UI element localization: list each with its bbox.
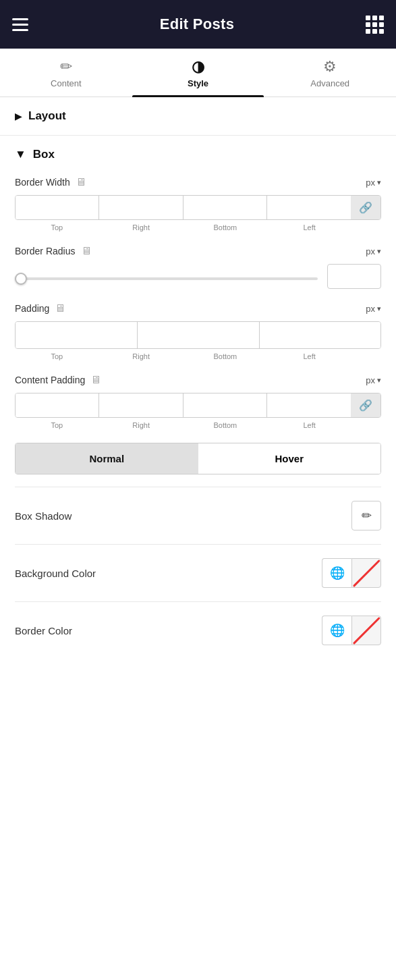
content-padding-right-input[interactable] — [99, 393, 183, 417]
padding-label-row: Padding 🖥 px ▾ — [15, 302, 381, 315]
content-padding-unit-label: px — [366, 375, 375, 385]
border-width-bottom-input[interactable] — [183, 196, 267, 219]
border-width-label-row: Border Width 🖥 px ▾ — [15, 176, 381, 188]
background-color-buttons: 🌐 — [322, 558, 381, 588]
globe-icon-bg: 🌐 — [330, 566, 345, 580]
border-color-swatch-button[interactable] — [351, 616, 381, 645]
grid-apps-icon[interactable] — [366, 16, 384, 34]
tab-style-label: Style — [188, 78, 208, 88]
half-circle-icon: ◑ — [192, 59, 204, 74]
tab-advanced[interactable]: ⚙ Advanced — [264, 49, 396, 97]
normal-hover-toggle: Normal Hover — [15, 443, 381, 474]
border-color-buttons: 🌐 — [322, 616, 381, 645]
content-padding-input-labels: Top Right Bottom Left — [15, 421, 381, 429]
box-shadow-edit-button[interactable]: ✏ — [351, 501, 381, 530]
label-left-cp: Left — [267, 421, 351, 429]
label-bottom-p: Bottom — [183, 352, 268, 360]
pencil-icon: ✏ — [60, 59, 72, 74]
monitor-icon-padding: 🖥 — [55, 302, 65, 315]
tab-content-label: Content — [51, 78, 82, 88]
label-bottom-cp: Bottom — [183, 421, 268, 429]
padding-field: Padding 🖥 px ▾ ▲ ▼ 🔗 Top Right — [15, 302, 381, 360]
content-padding-left-input[interactable] — [267, 393, 351, 417]
layout-arrow-icon: ▶ — [15, 111, 22, 121]
globe-icon-border: 🌐 — [330, 623, 345, 638]
label-right-p: Right — [99, 352, 183, 360]
border-width-label: Border Width 🖥 — [15, 176, 86, 188]
border-width-unit-label: px — [366, 178, 375, 188]
border-color-label: Border Color — [15, 625, 72, 636]
content-padding-unit[interactable]: px ▾ — [366, 375, 381, 385]
background-color-row: Background Color 🌐 — [15, 544, 381, 601]
border-width-input-labels: Top Right Bottom Left — [15, 223, 381, 232]
content-padding-label-row: Content Padding 🖥 px ▾ — [15, 374, 381, 386]
pencil-edit-icon: ✏ — [362, 508, 372, 523]
content-padding-label: Content Padding 🖥 — [15, 374, 101, 386]
border-radius-label-row: Border Radius 🖥 px ▾ — [15, 245, 381, 257]
header: Edit Posts — [0, 0, 396, 49]
layout-section: ▶ Layout — [0, 97, 396, 136]
box-arrow-icon: ▼ — [15, 148, 26, 161]
border-color-row: Border Color 🌐 — [15, 601, 381, 659]
border-width-right-input[interactable] — [99, 196, 183, 219]
border-width-unit[interactable]: px ▾ — [366, 178, 381, 188]
monitor-icon-border-width: 🖥 — [76, 176, 86, 188]
monitor-icon-content-padding: 🖥 — [90, 374, 101, 386]
tab-bar: ✏ Content ◑ Style ⚙ Advanced — [0, 49, 396, 97]
tab-content[interactable]: ✏ Content — [0, 49, 132, 97]
border-width-link-button[interactable]: 🔗 — [351, 196, 380, 219]
padding-input-labels: Top Right Bottom Left — [15, 352, 381, 360]
box-shadow-row: Box Shadow ✏ — [15, 487, 381, 544]
tab-style[interactable]: ◑ Style — [132, 49, 264, 97]
border-width-inputs: 🔗 — [15, 195, 381, 220]
box-section: ▼ Box Border Width 🖥 px ▾ 🔗 Top Right Bo… — [0, 136, 396, 659]
content-padding-unit-chevron: ▾ — [377, 376, 381, 385]
border-radius-label: Border Radius 🖥 — [15, 245, 92, 257]
padding-right-input[interactable] — [138, 322, 260, 348]
padding-inputs: ▲ ▼ 🔗 — [15, 321, 381, 349]
background-color-globe-button[interactable]: 🌐 — [322, 558, 351, 588]
content-padding-bottom-input[interactable] — [183, 393, 267, 417]
content-padding-text: Content Padding — [15, 375, 85, 385]
padding-unit-chevron: ▾ — [377, 304, 381, 313]
border-radius-unit-label: px — [366, 246, 375, 256]
label-top-cp: Top — [15, 421, 99, 429]
box-section-label: Box — [33, 148, 55, 161]
box-section-toggle[interactable]: ▼ Box — [15, 148, 381, 161]
border-width-text: Border Width — [15, 177, 70, 188]
content-padding-field: Content Padding 🖥 px ▾ 🔗 Top Right Botto… — [15, 374, 381, 429]
padding-label: Padding 🖥 — [15, 302, 65, 315]
label-bottom-bw: Bottom — [183, 223, 268, 232]
content-padding-link-button[interactable]: 🔗 — [351, 393, 380, 417]
border-radius-unit[interactable]: px ▾ — [366, 246, 381, 256]
layout-section-toggle[interactable]: ▶ Layout — [15, 109, 381, 123]
border-width-top-input[interactable] — [16, 196, 99, 219]
hamburger-menu-icon[interactable] — [12, 15, 28, 34]
padding-bottom-input[interactable] — [260, 322, 381, 348]
label-right-bw: Right — [99, 223, 183, 232]
border-width-left-input[interactable] — [267, 196, 351, 219]
label-top-bw: Top — [15, 223, 99, 232]
content-padding-top-input[interactable] — [16, 393, 99, 417]
border-width-unit-chevron: ▾ — [377, 178, 381, 187]
border-radius-slider-wrap — [15, 271, 318, 283]
color-slash-bg — [353, 560, 380, 587]
label-top-p: Top — [15, 352, 99, 360]
padding-top-input[interactable] — [16, 322, 138, 348]
background-color-label: Background Color — [15, 568, 96, 579]
border-radius-input[interactable] — [327, 264, 381, 289]
hover-button[interactable]: Hover — [198, 443, 381, 474]
box-shadow-label: Box Shadow — [15, 510, 72, 522]
border-radius-slider-row — [15, 264, 381, 289]
normal-button[interactable]: Normal — [16, 443, 198, 474]
content-padding-inputs: 🔗 — [15, 393, 381, 418]
border-color-globe-button[interactable]: 🌐 — [322, 616, 351, 645]
tab-advanced-label: Advanced — [310, 78, 349, 88]
padding-unit[interactable]: px ▾ — [366, 304, 381, 314]
border-radius-field: Border Radius 🖥 px ▾ — [15, 245, 381, 289]
border-width-field: Border Width 🖥 px ▾ 🔗 Top Right Bottom L… — [15, 176, 381, 232]
border-radius-slider[interactable] — [15, 277, 318, 280]
padding-text: Padding — [15, 303, 49, 314]
background-color-swatch-button[interactable] — [351, 558, 381, 588]
padding-unit-label: px — [366, 304, 375, 314]
